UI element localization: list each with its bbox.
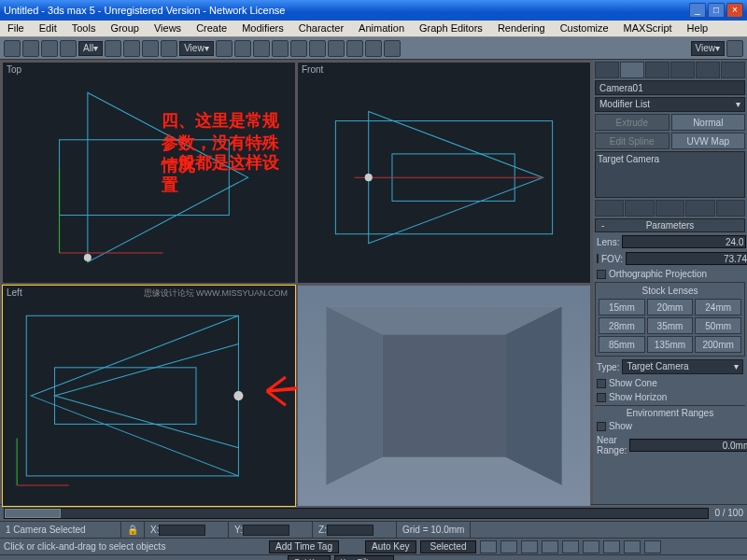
selection-filter[interactable]: All ▾	[78, 41, 103, 56]
ortho-checkbox[interactable]	[597, 270, 606, 279]
lock-icon[interactable]	[726, 40, 743, 57]
quick-render-icon[interactable]	[384, 40, 401, 57]
lens-85[interactable]: 85mm	[599, 336, 645, 353]
near-range-field[interactable]	[629, 439, 747, 452]
scale-icon[interactable]	[161, 40, 177, 57]
play-icon[interactable]	[521, 540, 538, 553]
unlink-icon[interactable]	[60, 40, 77, 57]
coord-system[interactable]: View ▾	[179, 41, 214, 56]
next-frame-icon[interactable]	[542, 540, 558, 553]
rotate-icon[interactable]	[142, 40, 159, 57]
goto-start-icon[interactable]	[480, 540, 497, 553]
object-name-field[interactable]	[595, 80, 745, 95]
viewport-front[interactable]: Front	[297, 62, 591, 284]
menu-modifiers[interactable]: Modifiers	[234, 21, 291, 36]
prev-frame-icon[interactable]	[500, 540, 517, 553]
select-icon[interactable]	[105, 40, 121, 57]
nav-pan-icon[interactable]	[583, 540, 599, 553]
layer-icon[interactable]	[290, 40, 307, 57]
configure-icon[interactable]	[716, 200, 745, 217]
uvw-map-button[interactable]: UVW Map	[671, 133, 746, 149]
fov-toggle[interactable]	[597, 254, 599, 263]
show-result-icon[interactable]	[625, 200, 654, 217]
menu-help[interactable]: Help	[680, 21, 716, 36]
snap-icon[interactable]	[216, 40, 233, 57]
view-dropdown[interactable]: View ▾	[691, 41, 726, 56]
menu-maxscript[interactable]: MAXScript	[616, 21, 680, 36]
menu-file[interactable]: File	[0, 21, 32, 36]
z-field[interactable]	[327, 525, 374, 536]
minimize-button[interactable]: _	[689, 3, 706, 18]
modifier-list-dropdown[interactable]: Modifier List▾	[595, 97, 745, 112]
maximize-button[interactable]: □	[708, 3, 725, 18]
parameters-rollout[interactable]: Parameters	[595, 218, 745, 232]
lens-28[interactable]: 28mm	[599, 317, 645, 334]
x-field[interactable]	[159, 525, 205, 536]
hierarchy-tab-icon[interactable]	[645, 62, 669, 78]
lens-20[interactable]: 20mm	[647, 299, 694, 315]
normal-button[interactable]: Normal	[671, 114, 746, 131]
mirror-icon[interactable]	[253, 40, 270, 57]
y-field[interactable]	[243, 525, 289, 536]
create-tab-icon[interactable]	[595, 62, 619, 78]
angle-snap-icon[interactable]	[234, 40, 251, 57]
lock-selection-icon[interactable]: 🔒	[121, 522, 145, 538]
utilities-tab-icon[interactable]	[721, 62, 745, 78]
menu-graph-editors[interactable]: Graph Editors	[412, 21, 490, 36]
camera-type-dropdown[interactable]: Target Camera▾	[622, 359, 743, 374]
viewport-left[interactable]: Left 思缘设计论坛 WWW.MISSYUAN.COM	[2, 285, 296, 507]
auto-key-button[interactable]: Auto Key	[365, 540, 416, 553]
lens-field[interactable]	[622, 235, 746, 248]
nav-zoom-icon[interactable]	[603, 540, 620, 553]
redo-icon[interactable]	[22, 40, 39, 57]
menu-character[interactable]: Character	[291, 21, 351, 36]
lens-135[interactable]: 135mm	[647, 336, 694, 353]
display-tab-icon[interactable]	[696, 62, 720, 78]
lens-24[interactable]: 24mm	[695, 299, 741, 315]
undo-icon[interactable]	[4, 40, 21, 57]
viewport-perspective[interactable]	[297, 285, 591, 507]
add-time-tag[interactable]: Add Time Tag	[269, 540, 339, 553]
render-scene-icon[interactable]	[365, 40, 382, 57]
show-env-checkbox[interactable]	[597, 422, 606, 431]
align-icon[interactable]	[272, 40, 289, 57]
remove-mod-icon[interactable]	[685, 200, 714, 217]
set-key-button[interactable]: Set Key	[288, 555, 331, 561]
key-mode-dropdown[interactable]: Selected	[420, 540, 477, 553]
menu-tools[interactable]: Tools	[64, 21, 104, 36]
curve-editor-icon[interactable]	[309, 40, 326, 57]
lens-15[interactable]: 15mm	[599, 299, 645, 315]
move-icon[interactable]	[123, 40, 140, 57]
menu-views[interactable]: Views	[147, 21, 189, 36]
time-slider[interactable]: 0 / 100	[0, 504, 747, 521]
menu-rendering[interactable]: Rendering	[490, 21, 553, 36]
key-filters-button[interactable]: Key Filters...	[334, 555, 394, 561]
time-thumb[interactable]	[5, 509, 61, 518]
nav-max-icon[interactable]	[644, 540, 661, 553]
menu-edit[interactable]: Edit	[32, 21, 64, 36]
edit-spline-button[interactable]: Edit Spline	[595, 133, 669, 149]
material-icon[interactable]	[346, 40, 363, 57]
pin-stack-icon[interactable]	[595, 200, 624, 217]
motion-tab-icon[interactable]	[670, 62, 695, 78]
make-unique-icon[interactable]	[655, 200, 684, 217]
menu-create[interactable]: Create	[189, 21, 234, 36]
lens-50[interactable]: 50mm	[695, 317, 741, 334]
lens-35[interactable]: 35mm	[647, 317, 694, 334]
goto-end-icon[interactable]	[562, 540, 579, 553]
link-icon[interactable]	[41, 40, 58, 57]
modifier-stack[interactable]: Target Camera	[595, 151, 745, 198]
extrude-button[interactable]: Extrude	[595, 114, 669, 131]
modify-tab-icon[interactable]	[620, 62, 644, 78]
nav-orbit-icon[interactable]	[624, 540, 641, 553]
menu-animation[interactable]: Animation	[351, 21, 412, 36]
viewport-top[interactable]: Top 四、这里是常规参数，没有特殊情况 一般都是这样设置	[2, 62, 296, 284]
menu-customize[interactable]: Customize	[553, 21, 616, 36]
close-button[interactable]: ×	[726, 3, 743, 18]
show-horizon-checkbox[interactable]	[597, 393, 606, 402]
show-cone-checkbox[interactable]	[597, 379, 606, 388]
menu-group[interactable]: Group	[103, 21, 147, 36]
schematic-icon[interactable]	[328, 40, 345, 57]
fov-field[interactable]	[626, 252, 747, 265]
lens-200[interactable]: 200mm	[695, 336, 741, 353]
